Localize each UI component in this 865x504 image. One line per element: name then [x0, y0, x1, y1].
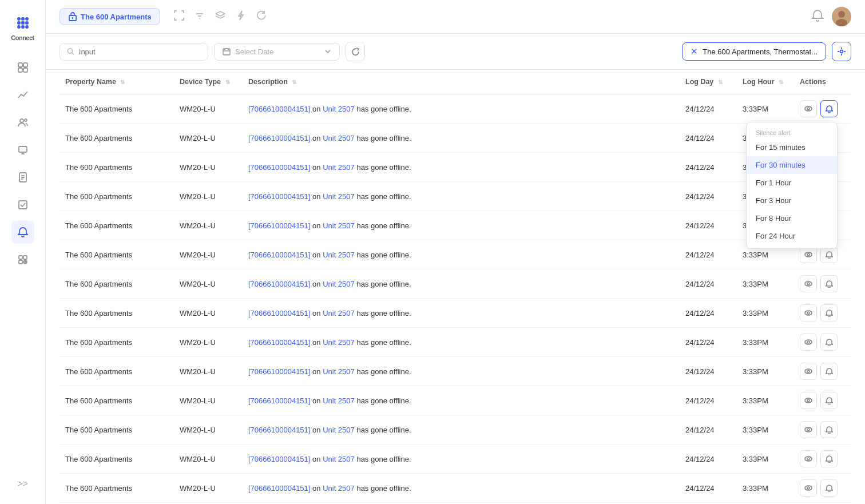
device-id-link[interactable]: [70666100004151] [248, 426, 310, 434]
cell-log-day: 24/12/24 [680, 328, 737, 357]
view-button[interactable] [800, 479, 817, 497]
user-avatar[interactable] [832, 7, 851, 26]
search-input-wrapper[interactable] [59, 43, 208, 61]
filter-settings-button[interactable] [832, 42, 851, 61]
sidebar-item-tasks[interactable] [11, 193, 34, 216]
silence-24hour[interactable]: For 24 Hour [747, 227, 837, 245]
fullscreen-icon[interactable] [174, 10, 184, 23]
cell-actions [794, 357, 851, 386]
unit-link[interactable]: Unit 2507 [323, 251, 355, 259]
unit-link[interactable]: Unit 2507 [323, 338, 355, 347]
action-buttons [800, 334, 846, 351]
silence-1hour[interactable]: For 1 Hour [747, 174, 837, 192]
device-id-link[interactable]: [70666100004151] [248, 455, 310, 463]
device-id-link[interactable]: [70666100004151] [248, 134, 310, 142]
bell-button[interactable] [820, 100, 838, 117]
view-button[interactable] [800, 450, 817, 467]
unit-link[interactable]: Unit 2507 [323, 484, 355, 493]
device-id-link[interactable]: [70666100004151] [248, 309, 310, 318]
view-button[interactable] [800, 100, 817, 117]
bell-button[interactable] [820, 363, 838, 380]
cell-log-hour: 3:33PM [737, 269, 794, 299]
device-id-link[interactable]: [70666100004151] [248, 105, 310, 113]
svg-point-5 [25, 21, 29, 25]
silence-15min[interactable]: For 15 minutes [747, 138, 837, 156]
device-id-link[interactable]: [70666100004151] [248, 396, 310, 405]
silence-3hour[interactable]: For 3 Hour [747, 192, 837, 209]
unit-link[interactable]: Unit 2507 [323, 134, 355, 142]
sort-device-icon[interactable]: ⇅ [225, 79, 230, 85]
sort-description-icon[interactable]: ⇅ [292, 79, 296, 85]
cell-log-hour: 3:33PM [737, 386, 794, 415]
layers-icon[interactable] [215, 10, 225, 23]
cell-device-type: WM20-L-U [174, 124, 243, 153]
sort-icon[interactable] [195, 10, 205, 23]
date-picker[interactable]: Select Date [214, 43, 340, 61]
bell-button[interactable] [820, 421, 838, 438]
view-button[interactable] [800, 275, 817, 292]
table-row: The 600 Apartments WM20-L-U [70666100004… [59, 386, 851, 415]
cell-property-name: The 600 Apartments [59, 474, 174, 503]
bell-icon[interactable] [811, 9, 824, 25]
device-id-link[interactable]: [70666100004151] [248, 367, 310, 376]
sort-logday-icon[interactable]: ⇅ [718, 79, 723, 85]
lightning-icon[interactable] [236, 10, 246, 23]
view-button[interactable] [800, 363, 817, 380]
sort-loghour-icon[interactable]: ⇅ [779, 79, 783, 85]
bell-button[interactable] [820, 450, 838, 467]
cell-actions [794, 299, 851, 328]
view-button[interactable] [800, 392, 817, 409]
unit-link[interactable]: Unit 2507 [323, 163, 355, 172]
device-id-link[interactable]: [70666100004151] [248, 163, 310, 172]
unit-link[interactable]: Unit 2507 [323, 396, 355, 405]
view-button[interactable] [800, 421, 817, 438]
unit-link[interactable]: Unit 2507 [323, 280, 355, 288]
search-input[interactable] [79, 47, 201, 56]
bell-button[interactable] [820, 304, 838, 322]
view-button[interactable] [800, 304, 817, 322]
sidebar-expand-button[interactable]: >> [11, 473, 34, 495]
bell-button[interactable] [820, 334, 838, 351]
device-id-link[interactable]: [70666100004151] [248, 251, 310, 259]
device-id-link[interactable]: [70666100004151] [248, 484, 310, 493]
silence-30min[interactable]: For 30 minutes [747, 156, 837, 174]
svg-point-35 [838, 11, 845, 18]
unit-link[interactable]: Unit 2507 [323, 455, 355, 463]
filter-remove-icon[interactable]: ✕ [691, 46, 698, 57]
device-id-link[interactable]: [70666100004151] [248, 192, 310, 201]
main-content: The 600 Apartments [46, 0, 865, 504]
bell-button[interactable] [820, 275, 838, 292]
sidebar-item-users[interactable] [11, 111, 34, 134]
table-row: The 600 Apartments WM20-L-U [70666100004… [59, 328, 851, 357]
unit-link[interactable]: Unit 2507 [323, 309, 355, 318]
svg-point-3 [17, 21, 21, 25]
sidebar-item-reports[interactable] [11, 166, 34, 189]
device-id-link[interactable]: [70666100004151] [248, 280, 310, 288]
property-selector[interactable]: The 600 Apartments [59, 8, 160, 25]
unit-link[interactable]: Unit 2507 [323, 426, 355, 434]
cell-log-hour: 3:33PM [737, 299, 794, 328]
bell-button[interactable] [820, 479, 838, 497]
action-buttons [800, 363, 846, 380]
device-id-link[interactable]: [70666100004151] [248, 221, 310, 230]
table-row: The 600 Apartments WM20-L-U [70666100004… [59, 182, 851, 211]
sidebar-item-more[interactable] [11, 248, 34, 271]
unit-link[interactable]: Unit 2507 [323, 367, 355, 376]
rotate-icon[interactable] [256, 10, 267, 23]
unit-link[interactable]: Unit 2507 [323, 105, 355, 113]
sidebar-item-analytics[interactable] [11, 84, 34, 106]
sidebar-item-grid[interactable] [11, 56, 34, 79]
active-filter-tag[interactable]: ✕ The 600 Apartments, Thermostat... [682, 42, 826, 61]
reload-button[interactable] [346, 42, 365, 61]
sort-property-icon[interactable]: ⇅ [120, 79, 125, 85]
bell-button[interactable] [820, 392, 838, 409]
device-id-link[interactable]: [70666100004151] [248, 338, 310, 347]
view-button[interactable] [800, 334, 817, 351]
sidebar-item-alerts[interactable] [11, 221, 34, 244]
svg-point-43 [840, 50, 843, 53]
silence-8hour[interactable]: For 8 Hour [747, 209, 837, 227]
unit-link[interactable]: Unit 2507 [323, 221, 355, 230]
sidebar-item-devices[interactable] [11, 138, 34, 161]
cell-description: [70666100004151] on Unit 2507 has gone o… [243, 182, 680, 211]
unit-link[interactable]: Unit 2507 [323, 192, 355, 201]
